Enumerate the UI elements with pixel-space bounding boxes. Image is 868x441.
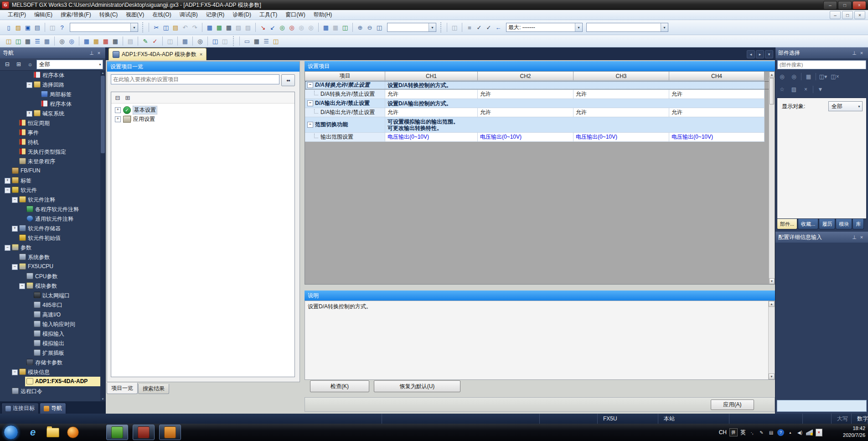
tree-item[interactable]: +标签: [0, 176, 105, 185]
help-tray-icon[interactable]: ?: [777, 429, 784, 436]
expand-icon[interactable]: +: [12, 226, 18, 232]
tab-item-list[interactable]: 项目一览: [107, 383, 138, 394]
soft-keyboard-icon[interactable]: ✎: [758, 429, 765, 436]
show-hidden-icons[interactable]: ▲: [787, 429, 794, 436]
cancel-placement-icon[interactable]: ◫×: [830, 72, 840, 81]
ime-lang-label[interactable]: CH: [719, 429, 727, 436]
mdi-close-button[interactable]: ×: [854, 11, 865, 19]
mdi-minimize-button[interactable]: –: [830, 11, 841, 19]
collapse-icon[interactable]: −: [5, 245, 10, 251]
menu-online[interactable]: 在线(O): [148, 10, 175, 20]
navigation-filter-combo[interactable]: 全部 ▼: [36, 60, 103, 69]
calendar-icon[interactable]: ▤: [126, 36, 135, 46]
collapse-icon[interactable]: −: [12, 369, 18, 375]
table-row[interactable]: −D/A输出允许/禁止设置设置D/A输出控制的方式。: [305, 99, 775, 108]
wrench-icon[interactable]: ◫: [165, 36, 175, 46]
scroll-up-icon[interactable]: ▲: [769, 72, 775, 78]
item-cell[interactable]: D/A转换允许/禁止设置: [305, 90, 385, 99]
tree-item[interactable]: −FX5UCPU: [0, 262, 105, 271]
convert-check-icon[interactable]: ✓: [475, 23, 484, 32]
tab-navigation[interactable]: 导航: [40, 403, 66, 414]
find-device2-icon[interactable]: ◎: [297, 23, 306, 32]
monitor-start-icon[interactable]: ▦: [321, 23, 331, 32]
nav-window-icon[interactable]: ◫: [4, 36, 13, 46]
statement-icon[interactable]: ▭: [243, 36, 252, 46]
close-panel-icon[interactable]: ×: [858, 233, 865, 241]
menu-tools[interactable]: 工具(T): [255, 10, 281, 20]
tab-module-parameter[interactable]: ADP1:FX5-4DA-ADP 模块参数 ×: [108, 48, 207, 60]
tree-item[interactable]: 软元件初始值: [0, 233, 105, 243]
pou-icon[interactable]: ◫: [271, 36, 280, 46]
note-icon[interactable]: ▦: [252, 36, 261, 46]
column-header[interactable]: CH2: [478, 72, 574, 81]
menu-convert[interactable]: 转换(C): [95, 10, 122, 20]
gx-works3-taskbar-button[interactable]: [106, 425, 128, 440]
tree-item[interactable]: FB/FUN: [0, 166, 105, 176]
column-header[interactable]: CH4: [669, 72, 765, 81]
menu-record[interactable]: 记录(R): [202, 10, 229, 20]
value-cell[interactable]: 允许: [478, 90, 574, 99]
item-cell[interactable]: 输出范围设置: [305, 133, 385, 142]
settings-tree-item[interactable]: +应用设置: [111, 114, 294, 124]
tree-item[interactable]: +碱泵系统: [0, 109, 105, 118]
menu-debug[interactable]: 调试(B): [176, 10, 202, 20]
find-icon[interactable]: ◎: [57, 36, 67, 46]
open-icon[interactable]: ▨: [14, 23, 23, 32]
zoom-in-icon[interactable]: ⊕: [356, 23, 365, 32]
settings-tree-item[interactable]: +✓基本设置: [111, 105, 294, 114]
tree-item[interactable]: −软元件注释: [0, 195, 105, 204]
pin-icon[interactable]: ⊥: [851, 49, 858, 57]
close-panel-icon[interactable]: ×: [95, 49, 103, 57]
value-cell[interactable]: 电压输出(0~10V): [669, 133, 765, 142]
save-icon[interactable]: ▣: [23, 23, 32, 32]
zoom-fit-icon[interactable]: ◫: [375, 23, 384, 32]
tree-item[interactable]: CPU参数: [0, 271, 105, 281]
scroll-up-icon[interactable]: ▲: [100, 70, 105, 75]
expand-icon[interactable]: +: [26, 111, 32, 117]
copy-icon[interactable]: ◫: [161, 23, 170, 32]
restore-default-button[interactable]: 恢复为默认(U): [374, 380, 460, 392]
device-monitor-icon[interactable]: ▦: [215, 23, 224, 32]
favorite-star-icon[interactable]: ☆: [777, 85, 787, 94]
tree-item[interactable]: +软元件存储器: [0, 223, 105, 233]
check-button[interactable]: 检查(K): [310, 380, 369, 392]
device-write-icon[interactable]: ▦: [205, 23, 214, 32]
monitor-stop-icon[interactable]: ▦: [331, 23, 340, 32]
program-editor-icon[interactable]: ▦: [23, 36, 32, 46]
print-icon[interactable]: ▤: [33, 23, 42, 32]
column-header[interactable]: 项目: [305, 72, 385, 81]
volume-icon[interactable]: ◀): [796, 429, 803, 436]
filter-icon[interactable]: ▼: [816, 85, 825, 94]
paste-icon[interactable]: ▤: [171, 23, 180, 32]
start-button[interactable]: [4, 425, 18, 440]
scroll-up-icon[interactable]: ▲: [769, 301, 775, 307]
tree-item[interactable]: 程序本体: [0, 70, 105, 80]
placement-mode-icon[interactable]: ◫▾: [818, 72, 828, 81]
description-scrollbar[interactable]: ▲ ▼: [768, 301, 775, 379]
new-folder-icon[interactable]: ▨: [789, 85, 799, 94]
collapse-icon[interactable]: −: [12, 264, 18, 270]
ime-icon[interactable]: 拼: [729, 428, 738, 436]
table-row[interactable]: D/A输出允许/禁止设置允许允许允许允许: [305, 108, 775, 117]
pin-icon[interactable]: ⊥: [88, 49, 95, 57]
find-replace-icon[interactable]: ◎: [67, 36, 76, 46]
screen-ghost-icon[interactable]: ◫: [220, 36, 229, 46]
write-to-plc-icon[interactable]: ↘: [258, 23, 268, 32]
tab-history[interactable]: 履历: [819, 219, 835, 229]
settings-search-input[interactable]: [111, 74, 279, 84]
table-row[interactable]: −D/A转换允许/禁止设置设置D/A转换控制的方式。: [305, 81, 775, 90]
expand-icon[interactable]: +: [115, 116, 121, 122]
find-next-icon[interactable]: ◎: [789, 72, 799, 81]
scroll-down-icon[interactable]: ▼: [769, 278, 775, 284]
column-header[interactable]: CH1: [385, 72, 478, 81]
find-device3-icon[interactable]: ◎: [306, 23, 315, 32]
tab-connection-destination[interactable]: 连接目标: [1, 403, 39, 414]
tree-item[interactable]: 485串口: [0, 300, 105, 310]
column-header[interactable]: CH3: [574, 72, 669, 81]
table-row[interactable]: D/A转换允许/禁止设置允许允许允许允许: [305, 90, 775, 99]
tree-item[interactable]: −模块参数: [0, 281, 105, 291]
tree-item[interactable]: 模拟输出: [0, 338, 105, 348]
search-binoculars-icon[interactable]: ●●: [281, 74, 295, 86]
media-player-icon[interactable]: [66, 425, 80, 439]
red-app-taskbar-button[interactable]: [133, 425, 155, 440]
